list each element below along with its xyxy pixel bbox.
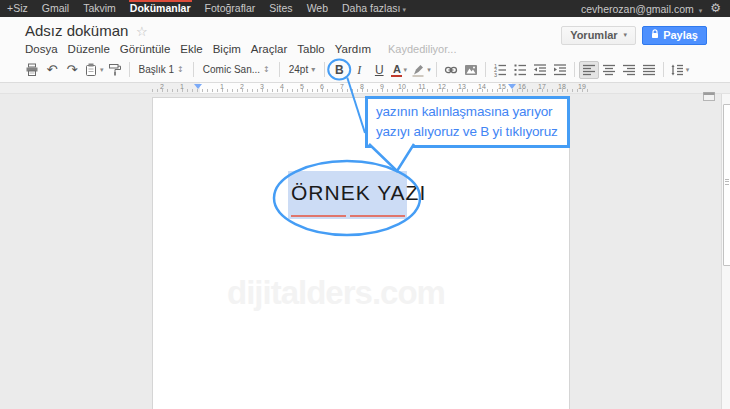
web-clipboard-button[interactable]: ▾ — [82, 60, 105, 80]
chevron-down-icon: ▾ — [100, 66, 104, 74]
topnav-calendar[interactable]: Takvim — [76, 0, 123, 17]
callout-line-1: yazının kalınlaşmasına yarıyor — [376, 102, 559, 122]
topnav-documents[interactable]: Dokümanlar — [123, 0, 198, 17]
comments-button[interactable]: Yorumlar ▾ — [561, 26, 636, 45]
active-tab-underline — [129, 0, 192, 2]
align-left-icon — [581, 62, 597, 78]
lock-icon — [651, 26, 659, 45]
insert-link-button[interactable] — [441, 60, 461, 80]
spellcheck-underline — [350, 215, 405, 217]
italic-button[interactable]: I — [349, 60, 369, 80]
ruler-number: 15 — [498, 83, 506, 91]
redo-button[interactable]: ↷ — [62, 60, 82, 80]
undo-button[interactable]: ↶ — [42, 60, 62, 80]
toolbar-separator — [193, 62, 194, 77]
paint-icon — [107, 62, 123, 78]
callout-line-2: yazıyı alıyoruz ve B yi tıklıyoruz — [376, 122, 559, 142]
document-title[interactable]: Adsız doküman — [25, 22, 128, 39]
numbered-list-button[interactable]: 123 — [490, 60, 510, 80]
styles-value: Başlık 1 — [139, 64, 175, 75]
right-margin-marker[interactable] — [508, 84, 516, 89]
ruler-number: 1 — [220, 83, 224, 91]
menu-help[interactable]: Yardım — [330, 43, 376, 55]
undo-icon: ↶ — [47, 60, 58, 80]
toolbar-separator — [485, 62, 486, 77]
font-family-select[interactable]: Comic San...↕ — [198, 60, 275, 80]
google-bar-nav: +SizGmailTakvimDokümanlarFotoğraflarSite… — [0, 0, 413, 17]
underline-label: U — [372, 61, 386, 79]
menu-format[interactable]: Biçim — [208, 43, 246, 55]
indent-icon — [552, 62, 568, 78]
watermark: dijitalders.com — [227, 274, 445, 312]
font-size-select[interactable]: 24pt▾ — [284, 60, 320, 80]
chevron-down-icon: ▾ — [402, 6, 406, 14]
menu-bar: DosyaDüzenleGörüntüleEkleBiçimAraçlarTab… — [20, 43, 456, 55]
account-email[interactable]: cevherozan@gmail.com ▾ — [581, 3, 702, 15]
align-right-button[interactable] — [619, 60, 639, 80]
ruler-number: 4 — [280, 83, 284, 91]
underline-button[interactable]: U — [369, 60, 389, 80]
insert-image-button[interactable] — [461, 60, 481, 80]
document-header: Adsız doküman ☆ DosyaDüzenleGörüntüleEkl… — [0, 17, 730, 83]
google-docs-window: +SizGmailTakvimDokümanlarFotoğraflarSite… — [0, 0, 730, 409]
align-justify-button[interactable] — [639, 60, 659, 80]
highlight-color-button[interactable]: ▾ — [409, 60, 432, 80]
account-caret-icon: ▾ — [699, 7, 703, 15]
printer-icon — [24, 62, 40, 78]
bold-label: B — [332, 61, 346, 79]
ruler-number: 11 — [418, 83, 425, 91]
ruler-number: 2 — [160, 83, 164, 91]
topnav-plus-you[interactable]: +Siz — [0, 0, 35, 17]
font-size-value: 24pt — [289, 64, 308, 75]
left-margin-marker[interactable] — [194, 84, 202, 89]
link-icon — [443, 62, 459, 78]
bulleted-list-icon — [512, 62, 528, 78]
annotation-callout: yazının kalınlaşmasına yarıyor yazıyı al… — [365, 96, 570, 148]
paint-format-button[interactable] — [105, 60, 125, 80]
vertical-scrollbar[interactable] — [721, 93, 730, 409]
text-color-button[interactable]: A▾ — [389, 60, 409, 80]
compact-controls-icon[interactable] — [703, 87, 715, 105]
font-family-value: Comic San... — [203, 64, 260, 75]
menu-table[interactable]: Tablo — [292, 43, 330, 55]
document-text[interactable]: ÖRNEK YAZI — [291, 181, 426, 205]
menu-insert[interactable]: Ekle — [175, 43, 207, 55]
topnav-photos[interactable]: Fotoğraflar — [198, 0, 263, 17]
topnav-web[interactable]: Web — [300, 0, 335, 17]
increase-indent-button[interactable] — [550, 60, 570, 80]
align-left-button[interactable] — [579, 61, 599, 79]
toolbar-separator — [324, 62, 325, 77]
topnav-more[interactable]: Daha fazlası▾ — [335, 0, 413, 17]
header-actions: Yorumlar ▾ Paylaş — [561, 26, 707, 45]
align-center-button[interactable] — [599, 60, 619, 80]
topnav-gmail[interactable]: Gmail — [35, 0, 76, 17]
clipboard-icon — [83, 62, 99, 78]
align-center-icon — [601, 62, 617, 78]
share-button[interactable]: Paylaş — [642, 26, 707, 45]
toolbar-separator — [663, 62, 664, 77]
bulleted-list-button[interactable] — [510, 60, 530, 80]
menu-tools[interactable]: Araçlar — [246, 43, 292, 55]
bold-button[interactable]: B — [329, 60, 349, 80]
ruler-number: 6 — [320, 83, 324, 91]
ruler-number: 3 — [260, 83, 264, 91]
line-spacing-button[interactable]: ▾ — [668, 60, 691, 80]
ruler-number: 8 — [360, 83, 364, 91]
gear-icon[interactable]: ⚙ — [710, 0, 721, 17]
italic-label: I — [352, 61, 366, 79]
numbered-list-icon: 123 — [492, 62, 508, 78]
ruler-number: 10 — [398, 83, 406, 91]
toolbar: ↶↷▾Başlık 1↕Comic San...↕24pt▾BIUA▾▾123▾ — [0, 58, 730, 81]
menu-file[interactable]: Dosya — [20, 43, 63, 55]
styles-select[interactable]: Başlık 1↕ — [134, 60, 189, 80]
toolbar-separator — [279, 62, 280, 77]
decrease-indent-button[interactable] — [530, 60, 550, 80]
topnav-sites[interactable]: Sites — [262, 0, 299, 17]
menu-edit[interactable]: Düzenle — [63, 43, 115, 55]
menu-view[interactable]: Görüntüle — [115, 43, 176, 55]
toolbar-separator — [574, 62, 575, 77]
star-icon[interactable]: ☆ — [136, 24, 148, 39]
chevron-down-icon: ▾ — [686, 66, 690, 74]
scrollbar-thumb[interactable] — [723, 104, 730, 266]
print-button[interactable] — [22, 60, 42, 80]
